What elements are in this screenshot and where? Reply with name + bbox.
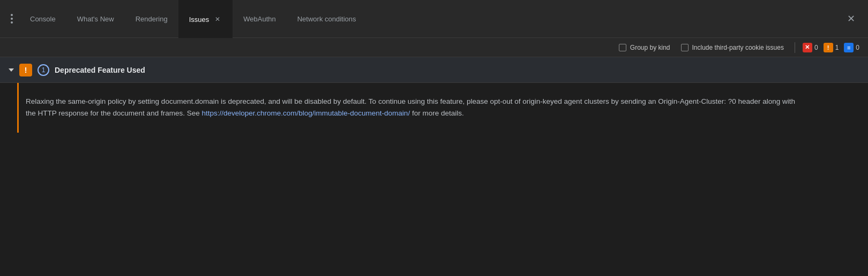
tab-rendering[interactable]: Rendering	[125, 0, 178, 38]
group-by-kind-checkbox[interactable]	[619, 44, 626, 51]
group-by-kind-label: Group by kind	[630, 44, 670, 51]
issue-content: Relaxing the same-origin policy by setti…	[0, 83, 868, 133]
more-tabs-button[interactable]	[4, 14, 19, 24]
tab-webauthn[interactable]: WebAuthn	[233, 0, 286, 38]
tab-whats-new-label: What's New	[77, 15, 114, 23]
tab-network-conditions-label: Network conditions	[297, 15, 356, 23]
error-count: 0	[814, 44, 818, 51]
warning-count: 1	[835, 44, 839, 51]
deprecated-feature-section-header[interactable]: ! 1 Deprecated Feature Used	[0, 57, 868, 83]
tab-whats-new[interactable]: What's New	[66, 0, 125, 38]
include-third-party-option[interactable]: Include third-party cookie issues	[681, 44, 784, 51]
toolbar-divider	[795, 42, 795, 53]
tab-network-conditions[interactable]: Network conditions	[287, 0, 367, 38]
group-by-kind-option[interactable]: Group by kind	[619, 44, 670, 51]
error-icon: ✕	[803, 43, 812, 52]
info-icon: ≡	[844, 43, 854, 52]
badge-group: ✕ 0 ! 1 ≡ 0	[803, 43, 859, 52]
tab-rendering-label: Rendering	[136, 15, 168, 23]
issue-message: Relaxing the same-origin policy by setti…	[26, 96, 797, 120]
tab-issues-label: Issues	[189, 16, 209, 24]
section-title: Deprecated Feature Used	[55, 66, 145, 74]
window-close-button[interactable]: ✕	[839, 13, 864, 25]
issue-left-border	[17, 83, 19, 133]
issue-link[interactable]: https://developer.chrome.com/blog/immuta…	[201, 109, 410, 117]
info-badge[interactable]: ≡ 0	[844, 43, 859, 52]
error-badge[interactable]: ✕ 0	[803, 43, 818, 52]
tab-webauthn-label: WebAuthn	[243, 15, 275, 23]
warning-icon: !	[824, 43, 833, 52]
tab-console-label: Console	[30, 15, 56, 23]
section-count-badge: 1	[38, 64, 49, 76]
section-warning-icon: !	[19, 64, 32, 76]
tab-issues-close[interactable]: ✕	[213, 15, 222, 24]
tab-console[interactable]: Console	[19, 0, 66, 38]
info-count: 0	[856, 44, 859, 51]
section-collapse-chevron	[9, 68, 14, 72]
tab-issues[interactable]: Issues ✕	[178, 0, 233, 38]
warning-badge[interactable]: ! 1	[824, 43, 839, 52]
issue-text-part3: for more details.	[410, 109, 464, 117]
issues-toolbar: Group by kind Include third-party cookie…	[0, 38, 868, 57]
include-third-party-checkbox[interactable]	[681, 44, 689, 51]
include-third-party-label: Include third-party cookie issues	[692, 44, 784, 51]
tab-bar: Console What's New Rendering Issues ✕ We…	[0, 0, 868, 38]
section-count-label: 1	[42, 66, 46, 74]
